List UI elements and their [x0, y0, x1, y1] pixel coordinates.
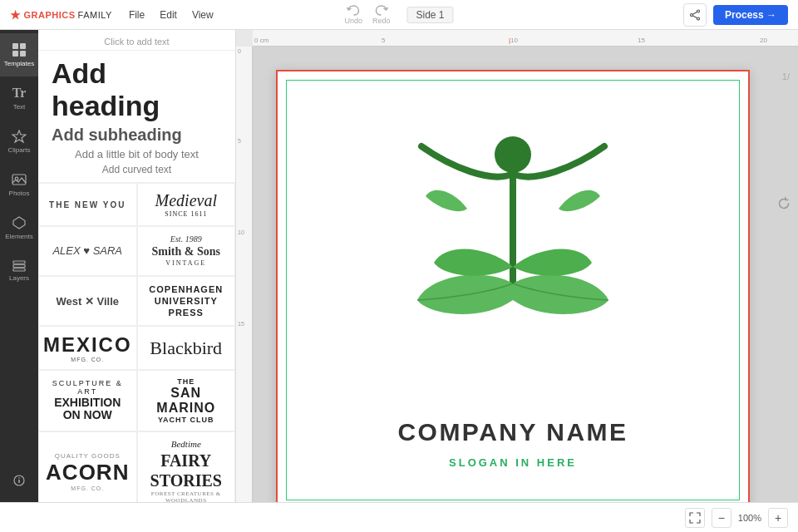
add-body-text[interactable]: Add a little bit of body text — [38, 146, 235, 162]
app-logo: ★ GRAPHICSFAMILY — [10, 8, 112, 22]
ruler-horizontal: 0 cm 5 | 10 15 20 — [253, 30, 798, 47]
sidebar-item-templates[interactable]: Templates — [0, 33, 38, 76]
share-button[interactable] — [683, 3, 707, 27]
font-style-smith-sons[interactable]: Est. 1989 Smith & Sons VINTAGE — [137, 226, 236, 276]
main-area: Templates Tr Text Cliparts Photos Elemen… — [0, 30, 798, 502]
menu-edit[interactable]: Edit — [160, 9, 177, 21]
page-number: 1/ — [782, 71, 790, 81]
menu-view[interactable]: View — [192, 9, 214, 21]
refresh-icon[interactable] — [776, 196, 791, 214]
svg-rect-14 — [13, 265, 25, 268]
svg-line-3 — [692, 12, 697, 14]
topbar: ★ GRAPHICSFAMILY File Edit View Undo Red… — [0, 0, 798, 30]
font-style-san-marino[interactable]: THE SAN MARINO YACHT CLUB — [137, 370, 236, 431]
font-style-alex-sara[interactable]: ALEX ♥ SARA — [38, 226, 137, 276]
company-name: COMPANY NAME — [278, 418, 748, 446]
topbar-center: Undo Redo Side 1 — [344, 4, 453, 25]
font-style-blackbird[interactable]: Blackbird — [137, 326, 236, 370]
logo-svg-area — [384, 101, 642, 367]
svg-point-19 — [495, 136, 531, 173]
sidebar-label-photos: Photos — [9, 190, 30, 197]
undo-redo-group: Undo Redo — [344, 4, 390, 25]
sidebar-item-cliparts[interactable]: Cliparts — [0, 120, 38, 163]
zoom-minus-button[interactable]: − — [712, 508, 732, 528]
topbar-actions: Process → — [683, 3, 788, 27]
company-slogan: SLOGAN IN HERE — [278, 456, 748, 469]
svg-marker-12 — [13, 217, 25, 229]
sidebar-icons: Templates Tr Text Cliparts Photos Elemen… — [0, 30, 38, 502]
undo-button[interactable]: Undo — [344, 4, 362, 25]
svg-point-0 — [697, 10, 699, 12]
font-style-medieval[interactable]: Medieval SINCE 1611 — [137, 183, 236, 226]
sidebar-label-templates: Templates — [4, 60, 34, 67]
svg-rect-10 — [12, 175, 26, 185]
sidebar-item-info[interactable] — [0, 459, 38, 502]
font-styles-grid: THE NEW YOU Medieval SINCE 1611 ALEX ♥ S… — [38, 182, 235, 502]
svg-marker-9 — [12, 131, 26, 142]
svg-line-4 — [692, 15, 697, 17]
font-style-west-ville[interactable]: West ✕ Ville — [38, 276, 137, 327]
side-indicator: Side 1 — [407, 7, 454, 23]
font-style-exhibition[interactable]: SCULPTURE & ART EXHIBITION ON NOW — [38, 370, 137, 431]
font-style-mexico[interactable]: MEXICO MFG. CO. — [38, 326, 137, 370]
zoom-plus-button[interactable]: + — [768, 508, 788, 528]
redo-button[interactable]: Redo — [372, 4, 391, 25]
sidebar-item-elements[interactable]: Elements — [0, 206, 38, 249]
ruler-vertical: 0 5 10 15 — [236, 47, 253, 502]
sidebar-label-cliparts: Cliparts — [7, 146, 30, 154]
bottombar: − 100% + — [0, 502, 798, 532]
add-heading[interactable]: Add heading — [38, 51, 235, 124]
eco-logo-svg — [384, 101, 642, 367]
svg-point-18 — [18, 477, 20, 479]
svg-rect-8 — [20, 51, 26, 57]
svg-rect-7 — [12, 51, 18, 57]
ruler-ticks-h — [253, 30, 798, 47]
add-subheading[interactable]: Add subheading — [38, 124, 235, 146]
click-to-add-text: Click to add text — [38, 30, 235, 51]
font-style-copenhagen[interactable]: COPENHAGENUNIVERSITY PRESS — [137, 276, 236, 327]
sidebar-item-photos[interactable]: Photos — [0, 163, 38, 206]
add-curved-text[interactable]: Add curved text — [38, 162, 235, 182]
process-button[interactable]: Process → — [713, 5, 788, 25]
font-style-fairy-stories[interactable]: Bedtime FAIRY STORIES FOREST CREATURES &… — [137, 431, 236, 502]
svg-rect-15 — [13, 268, 25, 271]
sidebar-item-layers[interactable]: Layers — [0, 249, 38, 293]
menu-bar: File Edit View — [129, 9, 214, 21]
svg-rect-13 — [13, 261, 25, 264]
svg-rect-5 — [12, 43, 18, 49]
menu-file[interactable]: File — [129, 9, 145, 21]
canvas-area: 0 cm 5 | 10 15 20 0 5 10 15 — [236, 30, 798, 502]
left-panel: Click to add text Add heading Add subhea… — [38, 30, 236, 502]
canvas-content[interactable]: COMPANY NAME SLOGAN IN HERE 1/ — [253, 47, 798, 502]
font-style-acorn[interactable]: QUALITY GOODS ACORN MFG. CO. — [38, 431, 137, 502]
svg-rect-6 — [20, 43, 26, 49]
sidebar-label-elements: Elements — [5, 233, 32, 240]
sidebar-label-layers: Layers — [9, 274, 29, 282]
svg-point-2 — [690, 13, 692, 16]
design-card[interactable]: COMPANY NAME SLOGAN IN HERE — [276, 70, 750, 502]
svg-point-1 — [697, 17, 699, 20]
expand-button[interactable] — [685, 508, 705, 528]
sidebar-item-text[interactable]: Tr Text — [0, 76, 38, 120]
sidebar-label-text: Text — [13, 103, 26, 111]
canvas-body: 0 5 10 15 — [236, 47, 798, 502]
zoom-level: 100% — [738, 513, 761, 523]
font-style-the-new-you[interactable]: THE NEW YOU — [38, 183, 137, 226]
